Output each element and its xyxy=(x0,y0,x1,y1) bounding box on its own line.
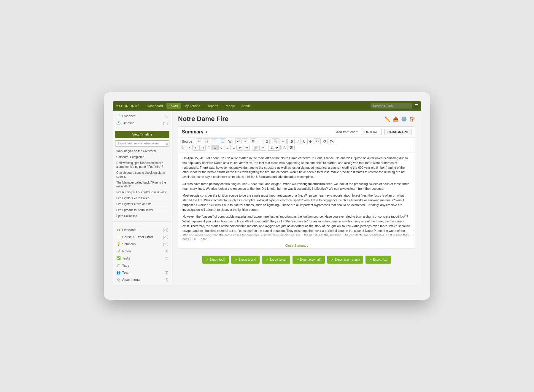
separator xyxy=(251,145,251,150)
sidebar-item-fishbone[interactable]: ⋈ Fishbone (21) xyxy=(113,226,172,233)
list-item[interactable]: Work Begins on the Cathedral xyxy=(115,148,169,154)
separator xyxy=(280,145,281,150)
export-docx-button[interactable]: ↗ Export (docx) xyxy=(231,256,260,264)
attachments-count: (4) xyxy=(165,278,168,281)
export-csv-all-button[interactable]: ↗ Export (csv - all) xyxy=(293,256,325,264)
editor-content[interactable]: On April 15, 2019 at about 6:20PM a fire… xyxy=(178,152,415,235)
bidi-rtl-btn[interactable]: ⇒ xyxy=(244,145,250,151)
export-icon[interactable]: 📤 xyxy=(393,116,399,122)
bidi-ltr-btn[interactable]: ⇐ xyxy=(237,145,243,151)
strikethrough-btn[interactable]: S xyxy=(307,139,313,144)
copy-btn[interactable]: 📋 xyxy=(203,138,210,144)
summary-toggle-icon[interactable]: ▲ xyxy=(205,130,208,134)
sidebar-item-tasks[interactable]: ✅ Tasks (0) xyxy=(113,255,172,262)
special-char-btn[interactable]: Ω xyxy=(264,139,270,144)
home-icon[interactable]: 🏠 xyxy=(409,116,415,122)
undo-btn[interactable]: ↩ xyxy=(235,138,241,144)
list-item[interactable]: The Manager called back: "Run to the mai… xyxy=(115,180,169,189)
view-timeline-button[interactable]: View Timeline xyxy=(115,131,169,138)
timeline-add-button[interactable]: ⊕ xyxy=(166,141,168,145)
font-color-btn[interactable]: A xyxy=(282,145,287,150)
timeline-input[interactable] xyxy=(115,140,169,146)
tag-icon: 🏷 xyxy=(116,263,120,267)
ul-btn[interactable]: • xyxy=(187,145,193,150)
tag-span[interactable]: span xyxy=(199,237,209,241)
find-btn[interactable]: 🔍 xyxy=(272,138,279,144)
paste-btn[interactable]: 📄 xyxy=(211,138,218,144)
redo-btn[interactable]: ↪ xyxy=(242,138,248,144)
superscript-btn[interactable]: X² xyxy=(321,139,328,144)
nav-rcas[interactable]: RCAs xyxy=(166,103,181,109)
sidebar-item-notes[interactable]: 📝 Notes (1) xyxy=(113,248,172,255)
close-summary-link[interactable]: Close Summary xyxy=(178,243,415,248)
menu-icon[interactable]: ☰ xyxy=(414,103,418,108)
align-right-btn[interactable]: ≡ xyxy=(225,145,231,150)
sidebar-top-items: 📄 Evidence (5) 🕐 Timeline (12) xyxy=(113,111,172,128)
subscript-btn[interactable]: X₂ xyxy=(314,138,320,144)
source-btn[interactable]: Source xyxy=(180,139,194,144)
nav-my-actions[interactable]: My Actions xyxy=(182,103,203,109)
export-pdf-button[interactable]: ↗ Export (pdf) xyxy=(202,256,229,264)
underline-btn[interactable]: U xyxy=(301,139,307,144)
settings-icon[interactable]: ⚙️ xyxy=(401,116,407,122)
image-btn[interactable]: 🖼 xyxy=(288,145,295,150)
timeline-section: View Timeline ⊕ Work Begins on the Cathe… xyxy=(113,128,172,222)
italic-btn[interactable]: I xyxy=(295,139,301,144)
replace-btn[interactable]: ↔ xyxy=(280,139,287,144)
separator xyxy=(195,139,195,144)
align-justify-btn[interactable]: ≡ xyxy=(231,145,237,150)
unlink-btn[interactable]: ✂ xyxy=(260,145,266,151)
tag-body[interactable]: body xyxy=(181,237,191,241)
cut-btn[interactable]: ✂ xyxy=(196,138,202,144)
bold-btn[interactable]: B xyxy=(289,139,295,144)
list-item[interactable]: Cathedral Completed xyxy=(115,154,169,160)
export-csv-chart-button[interactable]: ↗ Export (csv - chart) xyxy=(327,256,363,264)
align-center-btn[interactable]: ≡ xyxy=(218,145,224,150)
separator xyxy=(234,139,234,144)
timeline-input-wrapper: ⊕ xyxy=(115,140,169,146)
export-txt-icon: ↗ xyxy=(369,258,372,262)
separator xyxy=(287,139,288,144)
sidebar-item-solutions[interactable]: 💡 Solutions (10) xyxy=(113,240,172,248)
list-item[interactable]: Fire Fighters Arrive on Site xyxy=(115,201,169,207)
list-item[interactable]: Fire Fighters were Called xyxy=(115,195,169,201)
outdent-btn[interactable]: ⇤ xyxy=(193,145,199,151)
search-input[interactable] xyxy=(371,103,412,109)
hr-btn[interactable]: — xyxy=(257,139,263,144)
font-size-select[interactable]: 11 12 14 xyxy=(268,145,279,151)
sidebar-item-evidence[interactable]: 📄 Evidence (5) xyxy=(113,112,172,119)
export-csv-all-icon: ↗ xyxy=(296,258,299,262)
sidebar-item-timeline[interactable]: 🕐 Timeline (12) xyxy=(113,119,172,127)
tag-li[interactable]: li xyxy=(193,237,197,241)
sidebar-item-team[interactable]: 👥 Team (5) xyxy=(113,269,172,276)
paste-text-btn[interactable]: 📃 xyxy=(219,138,226,144)
nav-admin[interactable]: Admin xyxy=(239,103,254,109)
ol-btn[interactable]: 1. xyxy=(180,145,186,150)
nav-reports[interactable]: Reports xyxy=(204,103,221,109)
align-left-btn[interactable]: ≡ xyxy=(212,145,218,150)
list-item[interactable]: Fire Spreads to North Tower xyxy=(115,207,169,213)
table-btn[interactable]: ⊞ xyxy=(250,138,256,144)
nav-dashboard[interactable]: Dashboard xyxy=(144,103,166,109)
remove-format-btn[interactable]: Tx xyxy=(328,139,335,144)
sidebar-item-cause-effect[interactable]: — Cause & Effect Chart (29) xyxy=(113,233,172,240)
list-item[interactable]: Fire burning out of control in main atti… xyxy=(115,189,169,195)
solutions-count: (10) xyxy=(163,243,168,246)
paste-word-btn[interactable]: W xyxy=(227,139,233,144)
list-item[interactable]: Spire Collapses xyxy=(115,213,169,219)
sidebar-item-attachments[interactable]: 📎 Attachments (4) xyxy=(113,276,172,283)
outline-button[interactable]: OUTLINE xyxy=(361,129,382,135)
nav-people[interactable]: People xyxy=(222,103,238,109)
list-item[interactable]: Church guard sent to check on alarm sour… xyxy=(115,170,169,180)
list-item[interactable]: Red warning light flashed on smoke alarm… xyxy=(115,160,169,170)
blockquote-btn[interactable]: " xyxy=(206,145,212,150)
edit-icon[interactable]: ✏️ xyxy=(384,116,390,122)
export-txt-button[interactable]: ↗ Export (txt) xyxy=(365,256,391,264)
tasks-count: (0) xyxy=(165,257,168,260)
indent-btn[interactable]: ⇥ xyxy=(199,145,206,151)
paragraph-button[interactable]: PARAGRAPH xyxy=(384,129,411,135)
link-btn[interactable]: 🔗 xyxy=(252,145,260,151)
content-paragraph-1: On April 15, 2019 at about 6:20PM a fire… xyxy=(182,156,411,179)
sidebar-item-tags[interactable]: 🏷 Tags xyxy=(113,262,172,269)
export-srca-button[interactable]: ↗ Export (srca) xyxy=(262,256,290,264)
